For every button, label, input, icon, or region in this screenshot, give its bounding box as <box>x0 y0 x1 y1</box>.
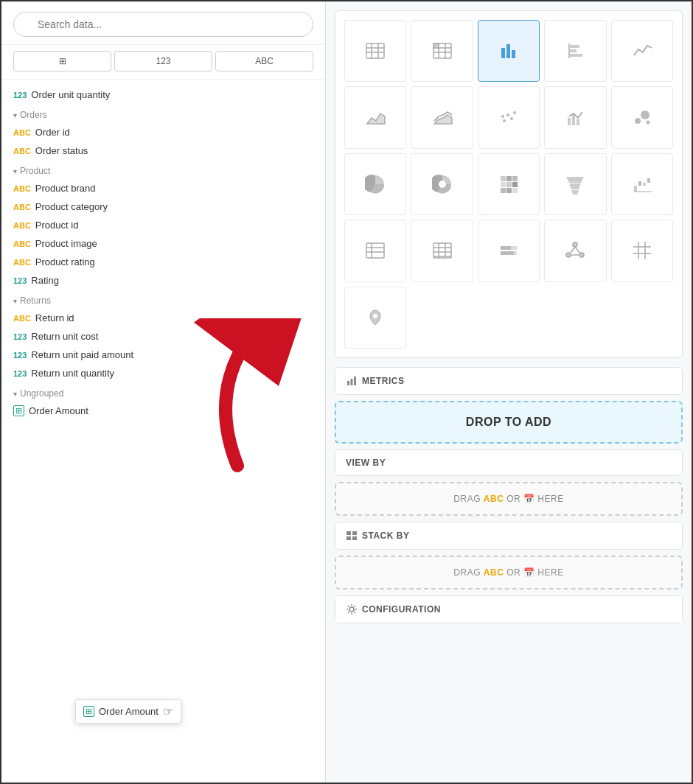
list-item[interactable]: ⊞Order Amount <box>1 402 325 420</box>
svg-rect-27 <box>577 119 579 125</box>
chart-type-horizontal-bar[interactable] <box>544 20 606 82</box>
list-item[interactable]: ABCOrder id <box>1 123 325 141</box>
section-header: ▾Ungrouped <box>1 382 325 402</box>
item-label: Product image <box>35 238 97 249</box>
chart-type-bar[interactable] <box>478 20 540 82</box>
list-item[interactable]: 123Return unit quantity <box>1 364 325 382</box>
type-tag: ABC <box>13 128 31 137</box>
item-label: Product brand <box>35 183 96 194</box>
type-tag: 123 <box>13 369 27 378</box>
item-label: Return id <box>35 312 74 323</box>
list-item[interactable]: ABCProduct image <box>1 234 325 253</box>
drop-to-add-zone[interactable]: DROP TO ADD <box>335 401 683 444</box>
item-label: Order id <box>35 127 70 138</box>
chart-type-stacked-table[interactable] <box>344 220 406 281</box>
chevron-icon: ▾ <box>13 297 17 305</box>
svg-rect-37 <box>512 182 518 187</box>
svg-rect-80 <box>352 536 357 540</box>
item-label: Order unit quantity <box>31 89 110 100</box>
svg-marker-42 <box>569 183 581 189</box>
view-by-or: OR <box>506 494 520 504</box>
svg-point-20 <box>503 119 506 122</box>
metrics-icon <box>346 375 358 387</box>
svg-rect-46 <box>643 183 646 186</box>
svg-rect-62 <box>501 251 514 255</box>
type-tag: 123 <box>13 351 27 360</box>
chart-type-area-combo[interactable] <box>411 86 473 148</box>
chart-type-bullet[interactable] <box>478 220 540 281</box>
left-panel: 🔍 ⊞ 123 ABC 123Order unit quantity▾Order… <box>1 1 326 783</box>
svg-point-64 <box>566 253 571 257</box>
stack-by-title: STACK BY <box>335 522 682 549</box>
item-label: Order status <box>35 145 88 156</box>
list-item[interactable]: ABCProduct id <box>1 216 325 234</box>
svg-line-67 <box>575 247 579 253</box>
item-label: Order Amount <box>29 405 88 416</box>
chart-type-pivot[interactable] <box>411 20 473 82</box>
section-header: ▾Orders <box>1 104 325 123</box>
type-tag: ABC <box>13 203 31 211</box>
chart-type-funnel[interactable] <box>544 153 606 215</box>
cursor-indicator: ☞ <box>163 704 173 718</box>
list-item[interactable]: ABCOrder status <box>1 141 325 160</box>
chevron-icon: ▾ <box>13 390 17 398</box>
filter-text-button[interactable]: ABC <box>215 51 313 71</box>
svg-rect-60 <box>501 246 511 250</box>
svg-marker-43 <box>571 190 579 195</box>
svg-rect-38 <box>501 188 506 193</box>
stack-by-drop-zone[interactable]: DRAG ABC OR 📅 HERE <box>335 556 683 589</box>
svg-point-31 <box>439 181 446 188</box>
chart-type-waterfall[interactable] <box>611 153 673 215</box>
item-label: Rating <box>31 275 59 286</box>
chart-type-scatter[interactable] <box>478 86 540 148</box>
filter-numeric-button[interactable]: 123 <box>114 51 212 71</box>
chart-type-grid[interactable] <box>611 220 673 281</box>
svg-point-29 <box>641 111 650 119</box>
search-input[interactable] <box>13 12 313 37</box>
list-item[interactable]: 123Order unit quantity <box>1 85 325 104</box>
stack-by-cal-icon: 📅 <box>523 567 535 578</box>
stack-by-here: HERE <box>537 567 563 578</box>
view-by-drop-zone[interactable]: DRAG ABC OR 📅 HERE <box>335 482 683 516</box>
svg-rect-45 <box>638 181 641 186</box>
chart-type-heatmap[interactable] <box>478 153 540 215</box>
list-item[interactable]: ABCReturn id <box>1 309 325 327</box>
svg-point-81 <box>349 607 354 612</box>
list-item[interactable]: ABCProduct rating <box>1 253 325 271</box>
view-by-panel: VIEW BY <box>335 449 683 476</box>
chart-type-pie[interactable] <box>344 153 406 215</box>
list-item[interactable]: 123Rating <box>1 271 325 290</box>
chart-type-combo[interactable] <box>544 86 606 148</box>
chart-type-table[interactable] <box>344 20 406 82</box>
chevron-icon: ▾ <box>13 167 17 175</box>
configuration-title: CONFIGURATION <box>335 596 682 623</box>
chart-type-pivot-table[interactable] <box>411 220 473 281</box>
svg-point-73 <box>373 314 377 318</box>
chart-type-bubble[interactable] <box>611 86 673 148</box>
svg-rect-33 <box>506 176 512 181</box>
tooltip-tag: ⊞ <box>83 706 94 717</box>
type-tag: ABC <box>13 147 31 155</box>
list-item[interactable]: ABCProduct category <box>1 197 325 216</box>
svg-point-65 <box>579 253 584 257</box>
svg-rect-32 <box>501 176 506 181</box>
stack-by-drag-label: DRAG <box>453 567 481 578</box>
svg-rect-13 <box>512 50 515 58</box>
chart-type-area[interactable] <box>344 86 406 148</box>
stack-by-or: OR <box>506 567 520 578</box>
svg-rect-44 <box>634 186 637 192</box>
item-label: Return unit quantity <box>31 368 114 379</box>
chart-type-map[interactable] <box>344 287 406 349</box>
list-item[interactable]: 123Return unit paid amount <box>1 346 325 364</box>
svg-rect-12 <box>506 44 510 58</box>
chart-type-donut[interactable] <box>411 153 473 215</box>
section-header: ▾Returns <box>1 290 325 309</box>
svg-point-24 <box>501 115 504 118</box>
list-item[interactable]: 123Return unit cost <box>1 327 325 346</box>
list-item[interactable]: ABCProduct brand <box>1 179 325 197</box>
chart-type-network[interactable] <box>544 220 606 281</box>
chart-type-line[interactable] <box>611 20 673 82</box>
svg-rect-74 <box>347 381 349 385</box>
svg-rect-53 <box>433 243 451 258</box>
filter-all-button[interactable]: ⊞ <box>13 51 111 71</box>
